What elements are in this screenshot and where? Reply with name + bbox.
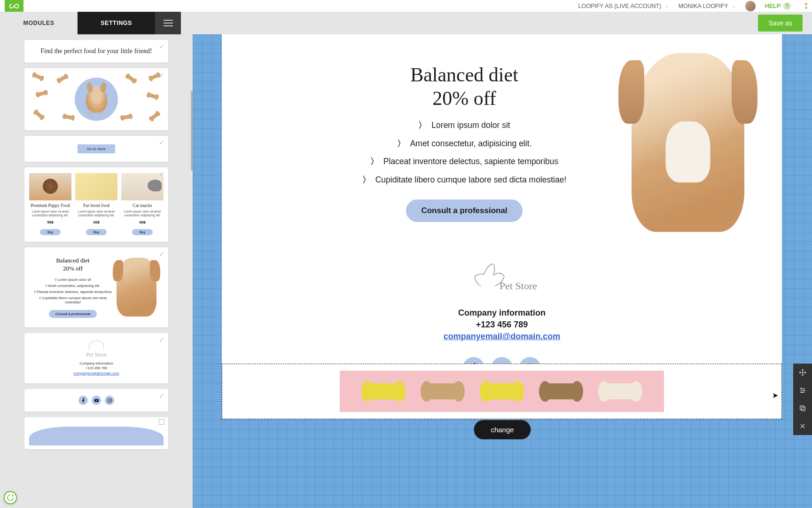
product-title: Premium Puppy Food [29,203,71,208]
instagram-icon [105,396,114,405]
bullet-item[interactable]: Lorem ipsum dolor sit [316,119,613,131]
delete-tool[interactable] [793,417,812,435]
bones-strip-image[interactable] [340,371,664,412]
svg-point-10 [801,392,803,393]
move-tool[interactable] [793,364,812,381]
avatar[interactable] [745,1,756,11]
product-col: Premium Puppy Food Lorem ipsum dolor sit… [29,173,71,235]
diet-heading: Balanced diet20% off [34,257,112,273]
svg-rect-11 [801,407,805,411]
company-info-label: Company information [458,308,546,318]
product-image [29,173,71,200]
pet-store-logo[interactable]: Pet Store [464,260,539,299]
buy-button: Buy [40,229,61,235]
product-col: Cat snacks Lorem ipsum dolor sit amet co… [121,173,164,235]
help-badge-icon: ? [783,2,791,10]
svg-point-1 [109,399,110,401]
tab-modules[interactable]: MODULES [0,12,78,34]
bone-icon [148,93,157,99]
company-info[interactable]: Company information +123 456 789 company… [222,307,782,343]
dog-image[interactable] [632,53,744,232]
check-icon: ✓ [159,71,164,79]
bullet-item[interactable]: Cupiditate libero cumque labore sed dict… [316,174,613,186]
product-image [75,173,117,200]
check-icon: ✓ [159,139,164,146]
product-desc: Lorem ipsum dolor sit amet consectetur a… [75,210,117,218]
facebook-icon [78,396,88,405]
user-selector[interactable]: MONIKA LOOPIFY ⌄ [678,3,735,9]
bone-icon [64,114,73,119]
account-label: LOOPIFY AS (LIVE ACCOUNT) [578,3,661,9]
hamburger-toggle[interactable] [155,12,181,34]
module-thumb-footer-info[interactable]: ✓ Pet Store Company information +123 456… [24,333,168,384]
bone-icon [150,112,159,120]
module-thumb-diet[interactable]: ✓ Balanced diet20% off ◊ Lorem ipsum dol… [24,247,168,327]
chevron-down-icon: ⌄ [665,3,669,8]
product-price: 30$ [121,220,164,224]
account-selector[interactable]: LOOPIFY AS (LIVE ACCOUNT) ⌄ [578,3,669,9]
save-button[interactable]: Save as [758,15,803,32]
app-logo[interactable] [5,0,23,12]
svg-rect-12 [800,406,804,410]
go-to-store-button: Go to store [78,144,115,153]
bullet-item[interactable]: Amet consectetur, adipisicing elit. [316,138,613,150]
product-title: Fur boost food [75,203,117,208]
module-thumb-hero-bones[interactable]: ✓ Give your animala life fullof tasty tr… [24,68,168,130]
status-dot-grey [805,7,807,9]
email-content[interactable]: Balanced diet20% off Lorem ipsum dolor s… [222,34,782,393]
selected-module[interactable] [222,364,782,419]
status-dots [805,3,807,9]
module-thumb-products[interactable]: ✓ Premium Puppy Food Lorem ipsum dolor s… [24,167,168,242]
module-thumb-wave[interactable] [24,417,168,449]
duplicate-tool[interactable] [793,399,812,417]
bone-icon [150,73,159,80]
top-header: LOOPIFY AS (LIVE ACCOUNT) ⌄ MONIKA LOOPI… [0,0,812,12]
hero-circle: Give your animala life fullof tasty trea… [75,78,118,121]
pet-store-logo: Pet Store [32,341,161,358]
company-phone: +123 456 789 [476,320,528,329]
diet-bullets: ◊ Lorem ipsum dolor sit ◊ Amet consectet… [34,278,112,304]
product-desc: Lorem ipsum dolor sit amet consectetur a… [121,210,164,218]
product-title: Cat snacks [121,203,164,208]
product-price: 20$ [75,220,117,224]
module-tools [793,364,812,435]
resize-handle-icon [159,419,164,425]
bone-icon [37,91,46,96]
infinity-icon [9,3,19,9]
module-thumb-headline[interactable]: ✓ Find the perfect food for your little … [24,40,168,63]
module-thumb-cta[interactable]: ✓ Go to store [24,136,168,162]
support-widget[interactable] [4,491,17,504]
hamburger-icon [164,20,173,26]
svg-point-8 [801,388,802,389]
module-thumb-socials[interactable]: ✓ [24,389,168,412]
main-area: ✓ Find the perfect food for your little … [0,34,812,508]
buy-button: Buy [86,229,107,235]
hero-bullets[interactable]: Lorem ipsum dolor sit Amet consectetur, … [316,119,613,185]
consult-button[interactable]: Consult a professional [406,199,522,222]
dog-image [117,258,156,317]
wave-shape [29,427,164,445]
help-link[interactable]: HELP ? [765,2,791,10]
tab-settings[interactable]: SETTINGS [78,12,155,34]
bone-icon [426,383,459,399]
check-icon: ✓ [159,170,164,178]
canvas[interactable]: Balanced diet20% off Lorem ipsum dolor s… [193,34,812,508]
hero-title[interactable]: Balanced diet20% off [316,63,613,111]
modules-sidebar[interactable]: ✓ Find the perfect food for your little … [0,34,193,508]
recycle-icon [7,494,14,501]
change-button[interactable]: change [474,420,531,439]
consult-button: Consult a professional [49,310,97,318]
bone-icon [33,73,43,80]
hero-section[interactable]: Balanced diet20% off Lorem ipsum dolor s… [222,34,782,251]
bone-icon [126,75,135,83]
bullet-item[interactable]: Placeat inventore delectus, sapiente tem… [316,156,613,167]
bone-icon [35,111,44,119]
bone-icon [545,383,578,399]
module-headline-text: Find the perfect food for your little fr… [40,48,152,55]
company-email-link[interactable]: companyemail@domain.com [444,332,561,341]
check-icon: ✓ [159,336,164,343]
product-desc: Lorem ipsum dolor sit amet consectetur a… [29,210,71,218]
chevron-down-icon: ⌄ [732,3,736,8]
settings-tool[interactable] [793,381,812,399]
product-price: 50$ [29,220,71,224]
